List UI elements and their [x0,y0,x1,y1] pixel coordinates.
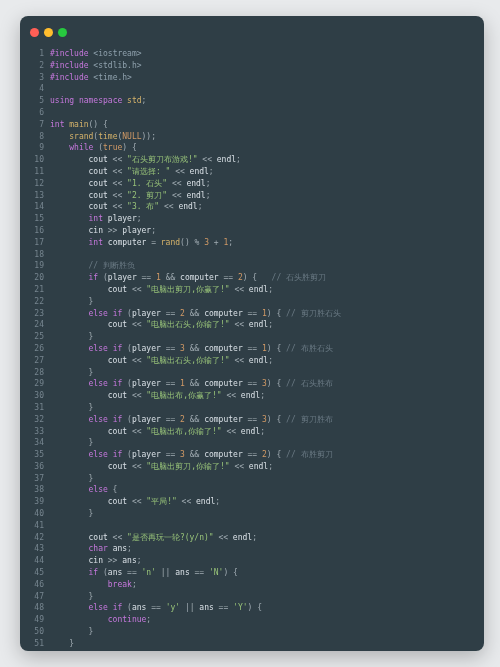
line-number: 28 [26,367,44,379]
line-number: 45 [26,567,44,579]
line-number: 22 [26,296,44,308]
minimize-icon[interactable] [44,28,53,37]
tok: <iostream> [93,48,141,60]
line-number: 38 [26,484,44,496]
line-number: 35 [26,449,44,461]
line-number: 16 [26,225,44,237]
line-number: 51 [26,638,44,650]
line-number: 24 [26,319,44,331]
tok: #include [50,60,89,72]
zoom-icon[interactable] [58,28,67,37]
tok: srand [69,131,93,143]
line-number: 5 [26,95,44,107]
line-number: 21 [26,284,44,296]
tok: while [69,142,93,154]
line-number: 41 [26,520,44,532]
line-number: 47 [26,591,44,603]
line-number: 18 [26,249,44,261]
line-number: 36 [26,461,44,473]
comment: // 判断胜负 [89,260,135,272]
line-number: 17 [26,237,44,249]
line-number: 19 [26,260,44,272]
line-number: 31 [26,402,44,414]
line-number: 50 [26,626,44,638]
line-number: 20 [26,272,44,284]
line-number: 46 [26,579,44,591]
code-area: 1#include <iostream> 2#include <stdlib.h… [20,46,484,651]
tok: using [50,95,74,107]
line-number: 3 [26,72,44,84]
line-number: 23 [26,308,44,320]
line-number: 39 [26,496,44,508]
tok: namespace [79,95,122,107]
tok: #include [50,72,89,84]
line-number: 10 [26,154,44,166]
line-number: 4 [26,83,44,95]
close-icon[interactable] [30,28,39,37]
line-number: 12 [26,178,44,190]
line-number: 33 [26,426,44,438]
tok: <time.h> [93,72,132,84]
line-number: 26 [26,343,44,355]
titlebar [20,16,484,46]
tok: std [127,95,141,107]
tok: "石头剪刀布游戏!" [127,154,197,166]
tok: <stdlib.h> [93,60,141,72]
line-number: 43 [26,543,44,555]
line-number: 14 [26,201,44,213]
code-window: 1#include <iostream> 2#include <stdlib.h… [20,16,484,651]
page-root: 1#include <iostream> 2#include <stdlib.h… [0,0,500,667]
line-number: 29 [26,378,44,390]
line-number: 27 [26,355,44,367]
line-number: 2 [26,60,44,72]
line-number: 6 [26,107,44,119]
line-number: 1 [26,48,44,60]
line-number: 9 [26,142,44,154]
tok: main [69,119,88,131]
tok: cout [89,154,108,166]
line-number: 15 [26,213,44,225]
line-number: 49 [26,614,44,626]
line-number: 42 [26,532,44,544]
line-number: 11 [26,166,44,178]
tok: #include [50,48,89,60]
tok: true [103,142,122,154]
tok: int [50,119,64,131]
line-number: 34 [26,437,44,449]
line-number: 48 [26,602,44,614]
line-number: 37 [26,473,44,485]
line-number: 7 [26,119,44,131]
line-number: 25 [26,331,44,343]
line-number: 32 [26,414,44,426]
line-number: 44 [26,555,44,567]
line-number: 8 [26,131,44,143]
tok: time [98,131,117,143]
line-number: 40 [26,508,44,520]
line-number: 52 [26,650,44,651]
tok: endl [217,154,236,166]
tok: NULL [122,131,141,143]
line-number: 13 [26,190,44,202]
line-number: 30 [26,390,44,402]
